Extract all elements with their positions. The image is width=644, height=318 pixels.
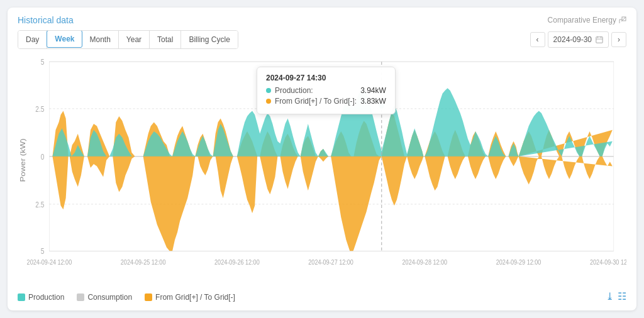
svg-point-44: [379, 102, 385, 109]
svg-marker-38: [425, 156, 518, 190]
svg-text:2024-09-26 12:00: 2024-09-26 12:00: [214, 259, 260, 266]
svg-text:2024-09-28 12:00: 2024-09-28 12:00: [402, 259, 448, 266]
external-link-icon: [619, 16, 626, 24]
tab-day[interactable]: Day: [18, 31, 47, 48]
svg-marker-36: [331, 88, 425, 156]
svg-text:2024-09-30 12:00: 2024-09-30 12:00: [590, 259, 626, 266]
page-title: Historical data: [18, 15, 74, 25]
svg-rect-2: [596, 37, 602, 43]
prev-date-button[interactable]: ‹: [530, 32, 545, 47]
svg-marker-35: [331, 156, 425, 255]
svg-text:5: 5: [41, 58, 45, 66]
svg-text:Power (kW): Power (kW): [19, 138, 27, 182]
tab-week[interactable]: Week: [47, 30, 82, 48]
svg-text:0: 0: [41, 153, 45, 161]
chart-area: Power (kW) 5 2.5 0 2.5 5 2024-09-24 12:0…: [18, 54, 626, 289]
calendar-icon: [596, 36, 603, 43]
svg-marker-32: [237, 156, 331, 213]
legend-row: Production Consumption From Grid[+] / To…: [18, 289, 626, 303]
tab-month[interactable]: Month: [82, 31, 118, 48]
legend-consumption-dot: [77, 293, 84, 301]
svg-marker-39: [425, 88, 518, 156]
legend-grid: From Grid[+] / To Grid[-]: [145, 293, 235, 302]
legend-consumption: Consumption: [77, 293, 132, 302]
tab-billing-cycle[interactable]: Billing Cycle: [181, 31, 237, 48]
download-icon[interactable]: ⤓: [606, 290, 614, 302]
legend-grid-dot: [145, 293, 152, 301]
chart-svg: Power (kW) 5 2.5 0 2.5 5 2024-09-24 12:0…: [18, 54, 626, 289]
legend-actions: ⤓ ☷: [606, 290, 626, 302]
legend-production-dot: [18, 293, 25, 301]
tab-year[interactable]: Year: [119, 31, 150, 48]
svg-text:2.5: 2.5: [35, 200, 44, 209]
tab-total[interactable]: Total: [150, 31, 181, 48]
svg-marker-42: [519, 111, 613, 156]
tab-group: Day Week Month Year Total Billing Cycle: [18, 30, 238, 49]
table-icon[interactable]: ☷: [618, 290, 626, 302]
svg-text:2024-09-29 12:00: 2024-09-29 12:00: [496, 259, 541, 266]
chart-legend: Production Consumption From Grid[+] / To…: [18, 289, 235, 303]
svg-text:2024-09-25 12:00: 2024-09-25 12:00: [121, 259, 166, 266]
comparative-link[interactable]: Comparative Energy: [548, 16, 626, 25]
svg-text:2.5: 2.5: [35, 105, 44, 113]
svg-marker-26: [52, 156, 138, 209]
svg-text:5: 5: [41, 248, 45, 256]
svg-marker-41: [519, 156, 613, 185]
date-display: 2024-09-30: [548, 31, 609, 48]
svg-text:2024-09-27 12:00: 2024-09-27 12:00: [308, 259, 353, 266]
svg-marker-33: [237, 111, 331, 156]
svg-text:2024-09-24 12:00: 2024-09-24 12:00: [27, 259, 72, 266]
next-date-button[interactable]: ›: [611, 32, 626, 47]
legend-production: Production: [18, 293, 64, 302]
date-nav: ‹ 2024-09-30 ›: [530, 31, 626, 48]
